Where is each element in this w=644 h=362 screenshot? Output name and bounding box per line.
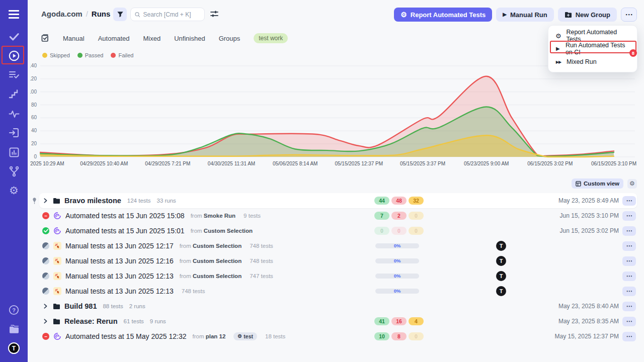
folder-icon [52, 317, 60, 325]
breadcrumb-project[interactable]: Agoda.com [41, 10, 83, 18]
chevron-right-icon[interactable] [42, 318, 48, 324]
chevron-right-icon[interactable] [42, 303, 48, 309]
projects-folders-icon[interactable] [8, 323, 20, 335]
row-more-button[interactable]: ⋯ [622, 302, 636, 311]
row-main: Bravo milestone124 tests33 runs [39, 197, 176, 205]
ci-gear-icon: ⚙ [400, 11, 407, 18]
progress-bar: 0% [375, 289, 419, 294]
legend-item[interactable]: Failed [111, 52, 133, 58]
result-badges: 41164 [374, 317, 424, 325]
progress-status-icon [42, 273, 49, 280]
run-source: from Custom Selection [180, 258, 242, 264]
row-main: –Automated tests at 15 Jun 2025 15:08fro… [39, 212, 261, 220]
svg-text:140: 140 [30, 63, 37, 68]
branches-icon[interactable] [8, 165, 20, 177]
tab-mixed[interactable]: Mixed [143, 35, 161, 42]
legend-item[interactable]: Skipped [42, 52, 70, 58]
row-more-button[interactable]: ⋯ [622, 287, 636, 296]
app-window: ⚙ ? T Agoda.com / Runs ⚙ Report Automate… [0, 0, 644, 362]
menu-item-mixed-run[interactable]: ▶▶ Mixed Run [548, 55, 637, 68]
group-row[interactable]: Release: Rerun61 tests9 runs41164May 23,… [39, 314, 637, 329]
legend-item[interactable]: Passed [77, 52, 104, 58]
tasks-check-icon[interactable] [8, 30, 20, 43]
row-more-button[interactable]: ⋯ [622, 332, 636, 341]
svg-text:80: 80 [31, 102, 37, 108]
assignee-avatar[interactable]: T [496, 256, 506, 266]
passed-status-icon [42, 227, 49, 234]
progress-status-icon [42, 257, 49, 264]
svg-text:100: 100 [30, 89, 37, 95]
progress-bar: 0% [375, 258, 419, 263]
tab-unfinished[interactable]: Unfinished [174, 35, 205, 42]
assignee-avatar[interactable]: T [496, 286, 506, 296]
run-row[interactable]: –Automated tests at 15 May 2025 12:32fro… [39, 329, 637, 344]
ellipsis-icon: ⋯ [625, 10, 633, 19]
menu-item-run-automated-tests-on-ci[interactable]: ▶ Run Automated Tests on CI [548, 42, 637, 55]
chart-legend: SkippedPassedFailed [42, 52, 133, 58]
tab-groups[interactable]: Groups [219, 35, 240, 42]
assignee-avatar[interactable]: T [496, 271, 506, 281]
group-row[interactable]: Build 98188 tests2 runsMay 23, 2025 8:40… [39, 299, 637, 314]
progress-value: 0% [394, 289, 401, 294]
run-row[interactable]: –Automated tests at 15 Jun 2025 15:08fro… [39, 208, 637, 223]
group-row[interactable]: Bravo milestone124 tests33 runs444832May… [39, 193, 637, 208]
analytics-icon[interactable] [8, 146, 20, 158]
tab-manual[interactable]: Manual [63, 35, 85, 42]
row-more-button[interactable]: ⋯ [622, 226, 636, 236]
logo-t-icon[interactable]: T [8, 342, 20, 354]
run-row[interactable]: Automated tests at 15 Jun 2025 15:01from… [39, 223, 637, 238]
run-date: May 23, 2025 8:35 AM [558, 318, 619, 325]
adjustments-icon[interactable] [210, 10, 218, 19]
search-box[interactable] [130, 8, 205, 21]
settings-gear-icon[interactable]: ⚙ [8, 184, 20, 197]
row-more-button[interactable]: ⋯ [622, 317, 636, 326]
run-row[interactable]: Manual tests at 13 Jun 2025 12:13from Cu… [39, 268, 637, 284]
run-name: Automated tests at 15 Jun 2025 15:01 [65, 227, 185, 235]
play-icon: ▶ [555, 46, 561, 51]
steps-icon[interactable] [8, 87, 20, 100]
chevron-right-icon[interactable] [42, 198, 48, 204]
view-settings-gear-icon[interactable]: ⚙ [627, 179, 637, 189]
manual-run-button[interactable]: ▶ Manual Run [496, 8, 553, 22]
run-tag[interactable]: ⚙test [233, 332, 257, 340]
pulse-icon[interactable] [8, 107, 20, 120]
runs-play-icon[interactable] [8, 49, 20, 62]
row-more-button[interactable]: ⋯ [622, 241, 636, 251]
assignee-avatar[interactable]: T [496, 241, 506, 251]
green-count-badge: 41 [374, 317, 389, 325]
result-badges: 720 [374, 212, 424, 220]
run-name: Bravo milestone [64, 197, 121, 205]
row-more-button[interactable]: ⋯ [622, 272, 636, 281]
tag-test-work[interactable]: test work [254, 33, 288, 43]
report-automated-tests-button[interactable]: ⚙ Report Automated Tests [394, 8, 492, 22]
run-source: from Custom Selection [191, 228, 253, 234]
filter-button[interactable] [113, 8, 127, 21]
test-plans-icon[interactable] [8, 68, 20, 81]
progress-bar: 0% [375, 243, 419, 248]
row-more-button[interactable]: ⋯ [622, 211, 636, 221]
svg-text:04/29/2025 7:21 PM: 04/29/2025 7:21 PM [145, 161, 190, 166]
search-input[interactable] [143, 11, 200, 18]
custom-view-button[interactable]: Custom view [572, 178, 623, 189]
run-source: from Custom Selection [180, 273, 242, 279]
more-actions-button[interactable]: ⋯ [621, 8, 637, 22]
run-name: Manual tests at 13 Jun 2025 12:17 [65, 242, 174, 250]
red-count-badge: 16 [391, 317, 407, 325]
run-row[interactable]: Manual tests at 13 Jun 2025 12:17from Cu… [39, 238, 637, 253]
import-icon[interactable] [8, 126, 20, 139]
runs-tabs: Manual Automated Mixed Unfinished Groups… [41, 33, 288, 43]
menu-icon[interactable] [8, 8, 20, 21]
menu-item-report-automated-tests[interactable]: ⚙ Report Automated Tests [548, 29, 637, 42]
tab-automated[interactable]: Automated [98, 35, 130, 42]
new-group-button[interactable]: New Group [558, 8, 617, 22]
run-row[interactable]: Manual tests at 13 Jun 2025 12:13748 tes… [39, 284, 637, 299]
progress-value: 0% [394, 274, 401, 279]
run-row[interactable]: Manual tests at 13 Jun 2025 12:16from Cu… [39, 253, 637, 268]
row-more-button[interactable]: ⋯ [622, 196, 636, 206]
run-source: from Smoke Run [191, 213, 235, 219]
red-count-badge: 48 [391, 197, 407, 205]
row-more-button[interactable]: ⋯ [622, 256, 636, 266]
svg-text:05/15/2025 3:37 PM: 05/15/2025 3:37 PM [400, 161, 445, 166]
run-tests-count: 748 tests [250, 258, 273, 264]
help-icon[interactable]: ? [8, 304, 20, 316]
